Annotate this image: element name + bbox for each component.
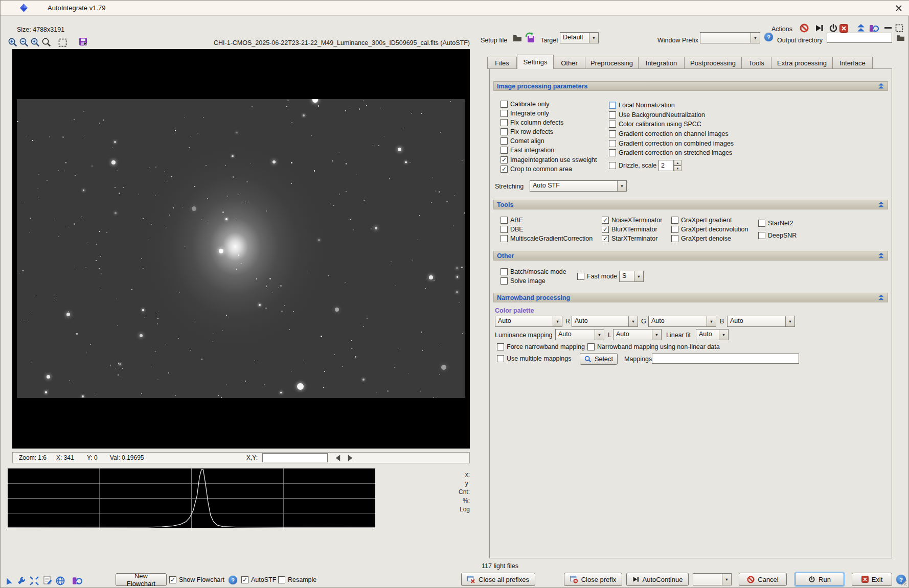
section-narrowband-processing[interactable]: Narrowband processing xyxy=(493,293,888,302)
power-icon[interactable] xyxy=(829,23,838,33)
checkbox-calibrate-only[interactable]: Calibrate only xyxy=(501,100,549,108)
minimize-icon[interactable] xyxy=(884,27,892,29)
zoom-out-icon[interactable] xyxy=(19,37,29,48)
reload-flowchart-icon[interactable] xyxy=(869,23,879,33)
checkbox-show-flowchart[interactable]: Show Flowchart xyxy=(169,576,224,584)
collapse-all-icon[interactable] xyxy=(856,23,866,33)
checkbox-integrate-only[interactable]: Integrate only xyxy=(501,109,549,117)
checkbox-crop-to-common-area[interactable]: Crop to common area xyxy=(501,165,572,173)
checkbox-fast-mode[interactable]: Fast mode xyxy=(577,272,617,280)
target-select[interactable]: Default xyxy=(560,32,599,43)
stretching-select[interactable]: Auto STF xyxy=(530,180,627,192)
checkbox-graxpert-deconvolution[interactable]: GraXpert deconvolution xyxy=(671,225,748,233)
zoom-one-to-one-icon[interactable] xyxy=(30,37,40,48)
checkbox-gradient-combined-images[interactable]: Gradient correction on combined images xyxy=(609,139,734,148)
checkbox-fast-integration[interactable]: Fast integration xyxy=(501,146,554,154)
flowchart-help-icon[interactable] xyxy=(229,576,237,584)
abort-icon[interactable] xyxy=(800,23,809,33)
mappings-input[interactable] xyxy=(652,354,799,364)
checkbox-dbe[interactable]: DBE xyxy=(501,225,524,233)
checkbox-graxpert-gradient[interactable]: GraXpert gradient xyxy=(671,216,732,224)
section-tools[interactable]: Tools xyxy=(493,200,888,209)
tab-settings[interactable]: Settings xyxy=(517,55,554,69)
collapse-section-icon[interactable] xyxy=(878,201,884,208)
checkbox-gradient-channel-images[interactable]: Gradient correction on channel images xyxy=(609,130,729,138)
close-all-prefixes-button[interactable]: Close all prefixes xyxy=(461,573,535,586)
tab-files[interactable]: Files xyxy=(487,57,517,69)
linear-fit-select[interactable]: Auto xyxy=(696,329,729,340)
checkbox-resample[interactable]: Resample xyxy=(278,576,316,584)
window-prefix-select[interactable] xyxy=(700,32,760,43)
run-button[interactable]: Run xyxy=(795,573,844,586)
collapse-section-icon[interactable] xyxy=(878,83,884,89)
tab-extra-processing[interactable]: Extra processing xyxy=(771,57,833,69)
l-channel-select[interactable]: Auto xyxy=(613,329,662,340)
zoom-in-icon[interactable] xyxy=(8,37,18,48)
checkbox-color-calibration-spcc[interactable]: Color calibration using SPCC xyxy=(609,120,701,128)
next-image-icon[interactable] xyxy=(346,454,354,462)
xy-goto-input[interactable] xyxy=(262,453,328,462)
checkbox-graxpert-denoise[interactable]: GraXpert denoise xyxy=(671,234,731,243)
spin-down-icon[interactable] xyxy=(674,166,681,171)
tab-preprocessing[interactable]: Preprocessing xyxy=(585,57,639,69)
checkbox-comet-align[interactable]: Comet align xyxy=(501,137,544,145)
checkbox-gradient-stretched-images[interactable]: Gradient correction on stretched images xyxy=(609,149,732,157)
select-mappings-button[interactable]: Select xyxy=(580,353,618,365)
section-image-processing-parameters[interactable]: Image processing parameters xyxy=(493,81,888,91)
checkbox-solve-image[interactable]: Solve image xyxy=(501,277,546,285)
collapse-section-icon[interactable] xyxy=(878,294,884,301)
tab-other[interactable]: Other xyxy=(554,57,585,69)
prev-image-icon[interactable] xyxy=(334,454,343,462)
checkbox-starxterminator[interactable]: StarXTerminator xyxy=(602,234,657,243)
checkbox-starnet2[interactable]: StarNet2 xyxy=(758,219,793,227)
checkbox-noisexterminator[interactable]: NoiseXTerminator xyxy=(602,216,662,224)
setup-file-save-icon[interactable] xyxy=(525,32,535,43)
zoom-fit-icon[interactable] xyxy=(58,38,67,48)
checkbox-narrowband-nonlinear[interactable]: Narrowband mapping using non-linear data xyxy=(587,343,720,351)
checkbox-imageintegration-ssweight[interactable]: ImageIntegration use ssweight xyxy=(501,156,597,164)
setup-file-open-icon[interactable] xyxy=(513,34,522,42)
maximize-icon[interactable] xyxy=(895,24,903,32)
checkbox-use-multiple-mappings[interactable]: Use multiple mappings xyxy=(497,355,571,363)
checkbox-use-backgroundneutralization[interactable]: Use BackgroundNeutralization xyxy=(609,111,705,119)
skip-to-end-icon[interactable] xyxy=(815,23,824,33)
wrench-tool-icon[interactable] xyxy=(16,576,27,586)
checkbox-abe[interactable]: ABE xyxy=(501,216,523,224)
image-viewport[interactable] xyxy=(12,49,470,449)
exit-icon[interactable] xyxy=(839,24,848,33)
drizzle-scale-spinner[interactable] xyxy=(674,160,681,171)
fast-mode-select[interactable]: S xyxy=(619,271,644,282)
checkbox-fix-row-defects[interactable]: Fix row defects xyxy=(501,128,553,136)
tab-tools[interactable]: Tools xyxy=(742,57,771,69)
checkbox-autostf[interactable]: AutoSTF xyxy=(241,576,276,584)
checkbox-multiscalegradientcorrection[interactable]: MultiscaleGradientCorrection xyxy=(501,234,593,243)
drizzle-scale-input[interactable] xyxy=(658,160,674,171)
b-channel-select[interactable]: Auto xyxy=(727,316,795,327)
tab-integration[interactable]: Integration xyxy=(639,57,685,69)
palette-select[interactable]: Auto xyxy=(495,316,562,327)
shrink-view-icon[interactable] xyxy=(29,576,39,586)
checkbox-blurxterminator[interactable]: BlurXTerminator xyxy=(602,225,657,233)
reload-flowchart-icon[interactable] xyxy=(72,575,82,586)
save-view-icon[interactable] xyxy=(78,37,88,47)
autocontinue-button[interactable]: AutoContinue xyxy=(626,573,689,586)
output-directory-browse-icon[interactable] xyxy=(896,34,905,41)
spin-up-icon[interactable] xyxy=(674,160,681,166)
r-channel-select[interactable]: Auto xyxy=(572,316,638,327)
resize-grip[interactable] xyxy=(900,579,907,586)
cancel-button[interactable]: Cancel xyxy=(739,573,787,586)
autocontinue-prefix-select[interactable] xyxy=(693,573,732,585)
checkbox-local-normalization[interactable]: Local Normalization xyxy=(609,101,675,109)
edit-notes-icon[interactable] xyxy=(42,575,53,586)
window-close-icon[interactable] xyxy=(895,4,903,12)
tab-interface[interactable]: Interface xyxy=(833,57,873,69)
zoom-select-icon[interactable] xyxy=(41,37,52,48)
g-channel-select[interactable]: Auto xyxy=(648,316,716,327)
tab-postprocessing[interactable]: Postprocessing xyxy=(685,57,742,69)
pointer-tool-icon[interactable] xyxy=(5,576,15,586)
checkbox-force-narrowband-mapping[interactable]: Force narrowband mapping xyxy=(497,343,585,351)
luminance-mapping-select[interactable]: Auto xyxy=(555,329,604,340)
section-other[interactable]: Other xyxy=(493,251,888,261)
checkbox-fix-column-defects[interactable]: Fix column defects xyxy=(501,119,563,127)
globe-icon[interactable] xyxy=(55,576,65,586)
